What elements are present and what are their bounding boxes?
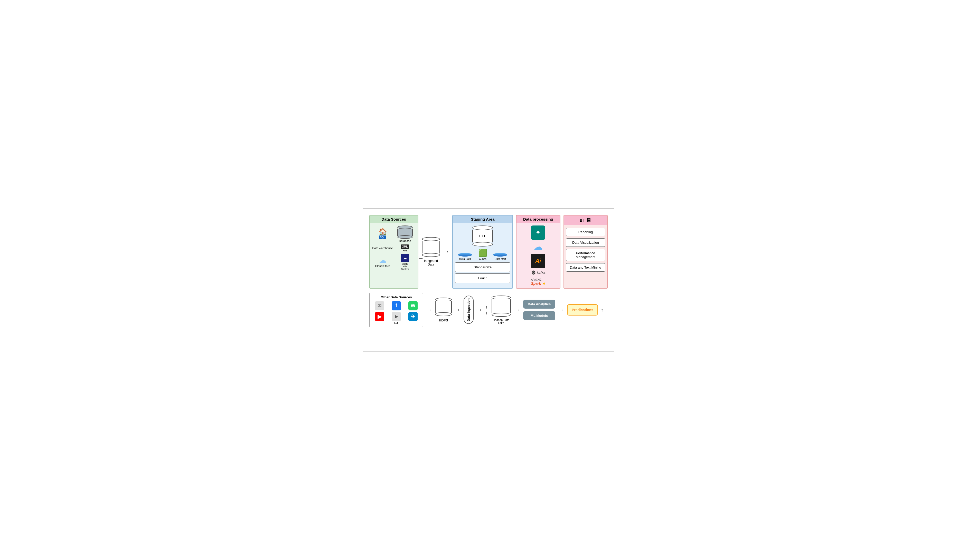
down-arrow: ↓ (485, 310, 488, 315)
house-icon: 🏠 (378, 228, 387, 235)
predictions-box: Predications (567, 304, 598, 315)
data-sources-header: Data Sources (370, 215, 418, 223)
arrow-ds-to-integrated: → (418, 255, 424, 262)
data-ingestion-container: Data ingestion (463, 296, 473, 324)
proc-cloud-icon: ☁ (534, 242, 543, 252)
cubes-icon: 🟩 (478, 248, 487, 257)
top-row: Data Sources 🏠 SQL Database (369, 215, 608, 288)
ai-icon: Ai (531, 254, 545, 268)
warehouse-icon-container: 🏠 SQL (372, 228, 393, 239)
xml-badge: XML (401, 245, 409, 249)
green-hex-icon: ✦ (531, 225, 545, 240)
arrow-ingestion-to-hadoop: → (477, 307, 482, 313)
standardize-box: Standardize (455, 262, 510, 272)
main-diagram: Data Sources 🏠 SQL Database (363, 208, 614, 352)
metadata-label: Meta Data (459, 258, 471, 260)
monitor-icon: 🖥 (586, 217, 591, 224)
bi-perf-mgmt: Performance Management (566, 249, 605, 261)
data-warehouse-container: Data warehouse (372, 247, 393, 250)
cloud-icon: ☁ (379, 257, 386, 264)
data-sources-section: Data Sources 🏠 SQL Database (369, 215, 418, 288)
hdfs-label: HDFS (439, 318, 448, 322)
cloud-store-label: Cloud Store (375, 265, 390, 268)
hdfs-cylinder (435, 298, 452, 316)
hdfs-container: HDFS (435, 298, 452, 322)
xml-icon-container: XML XML (394, 245, 416, 252)
iot-label: IoT (372, 322, 421, 325)
elastic-label: ElasticFileSystem (401, 263, 409, 270)
data-sources-content: 🏠 SQL Database Data warehouse (370, 223, 418, 273)
spark-star: ★ (542, 282, 545, 285)
arrow-integrated-to-staging: → (443, 248, 449, 255)
up-arrow-bi: ↑ (601, 307, 603, 313)
staging-section: Staging Area ETL (452, 215, 513, 288)
etl-container: ETL (455, 225, 510, 247)
whatsapp-icon: W (408, 301, 418, 310)
cloud-store-container: ☁ Cloud Store (372, 257, 393, 268)
staging-content: ETL Meta Data 🟩 Cubes (453, 223, 512, 287)
ml-box: ML Models (523, 311, 555, 320)
kafka-container: ⚙ kafka (531, 270, 545, 276)
integrated-data-cylinder (422, 237, 440, 257)
cubes-label: Cubes (479, 258, 487, 260)
database-cylinder (397, 225, 413, 239)
other-sources-header: Other Data Sources (372, 295, 421, 299)
other-icons-grid: ✉ f W ▶ ▶ ✈ (372, 301, 421, 321)
bottom-row: Other Data Sources ✉ f W ▶ ▶ ✈ IoT → (369, 293, 608, 327)
elastic-icon: ☁ (401, 254, 409, 262)
analytics-ml-column: Data Analytics ML Models (523, 300, 555, 320)
bi-text-mining: Data and Text Mining (566, 263, 605, 272)
bi-reporting: Reporting (566, 228, 605, 236)
arrow-predictions-to-bi: ↑ (601, 307, 603, 313)
analytics-box: Data Analytics (523, 300, 555, 308)
spark-text: Spark (531, 282, 541, 285)
staging-header: Staging Area (453, 215, 512, 223)
hadoop-container: Hadoop Data Lake (491, 295, 511, 325)
telegram-icon: ✈ (408, 312, 418, 321)
data-warehouse-label: Data warehouse (372, 247, 393, 250)
up-arrow: ↑ (485, 304, 488, 310)
metadata-disk (458, 253, 472, 257)
kafka-label: kafka (537, 271, 545, 275)
bi-data-viz: Data Visualization (566, 238, 605, 247)
bi-header: BI 🖥 (564, 215, 607, 225)
datamart-container: Data mart (493, 253, 507, 260)
other-sources-section: Other Data Sources ✉ f W ▶ ▶ ✈ IoT (369, 293, 423, 327)
datamart-label: Data mart (495, 258, 506, 260)
arrow-hdfs-to-ingestion: → (455, 307, 460, 313)
youtube-icon: ▶ (375, 312, 384, 321)
processing-header: Data processing (517, 215, 560, 223)
integrated-data-label: Integrated Data (422, 259, 441, 266)
etl-cylinder: ETL (472, 225, 493, 247)
arrow-hadoop-to-analytics: → (514, 307, 520, 313)
hadoop-label: Hadoop Data Lake (491, 318, 511, 325)
hadoop-cylinder (492, 295, 511, 317)
data-ingestion-box: Data ingestion (463, 296, 473, 324)
datamart-disk (493, 253, 507, 257)
elastic-file-container: ☁ ElasticFileSystem (394, 254, 416, 270)
database-label: Database (399, 239, 411, 242)
xml-label: XML (403, 249, 408, 252)
arrow-sources-to-hdfs: → (427, 307, 432, 313)
etl-cylinder-group: ETL (472, 225, 493, 247)
cubes-container: 🟩 Cubes (478, 248, 487, 260)
staging-data-row: Meta Data 🟩 Cubes Data mart (455, 248, 510, 260)
vertical-arrows: ↑ ↓ (485, 304, 488, 315)
bi-header-content: BI 🖥 (567, 217, 605, 224)
bi-content: Reporting Data Visualization Performance… (564, 225, 607, 274)
etl-label: ETL (479, 234, 486, 238)
facebook-icon: f (391, 301, 401, 310)
database-icon-container: Database (394, 225, 416, 242)
bi-section: BI 🖥 Reporting Data Visualization Perfor… (564, 215, 608, 288)
processing-section: Data processing ✦ ☁ Ai ⚙ kafka APACHE Sp… (516, 215, 560, 288)
kafka-icon: ⚙ (531, 270, 536, 276)
mail-icon: ✉ (375, 301, 384, 310)
arrow-analytics-to-predictions: → (558, 307, 564, 313)
spark-label: APACHE Spark ★ (531, 277, 545, 285)
media-icon: ▶ (391, 312, 401, 321)
sql-badge: SQL (379, 235, 386, 239)
processing-content: ✦ ☁ Ai ⚙ kafka APACHE Spark ★ (517, 223, 560, 288)
integrated-data-area: Integrated Data (422, 215, 441, 288)
metadata-container: Meta Data (458, 253, 472, 260)
enrich-box: Enrich (455, 273, 510, 283)
